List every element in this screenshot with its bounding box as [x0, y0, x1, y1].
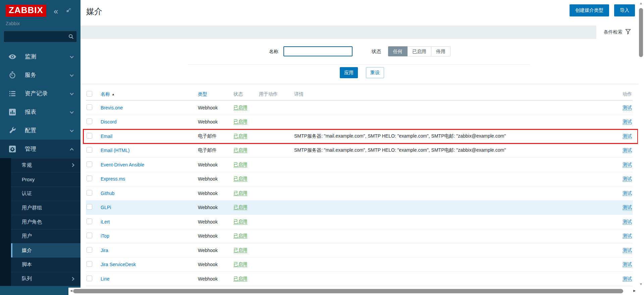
- submenu-item-general[interactable]: 常规: [0, 158, 80, 172]
- status-link[interactable]: 已启用: [233, 219, 248, 224]
- brand-caption: Zabbix: [6, 21, 80, 26]
- media-type-link[interactable]: GLPi: [101, 205, 111, 210]
- create-media-type-button[interactable]: 创建媒介类型: [570, 4, 609, 16]
- test-link[interactable]: 测试: [623, 105, 632, 110]
- scroll-right-icon[interactable]: ►: [633, 289, 636, 293]
- table-row: GLPi Webhook 已启用 测试: [86, 201, 633, 215]
- submenu-item-user-groups[interactable]: 用户群组: [0, 201, 80, 215]
- test-link[interactable]: 测试: [623, 147, 632, 153]
- sidebar-item-reports[interactable]: 报表: [0, 103, 80, 121]
- sort-by-type-link[interactable]: 类型: [198, 91, 207, 97]
- sidebar-item-monitoring[interactable]: 监测: [0, 47, 80, 66]
- row-checkbox[interactable]: [87, 218, 92, 224]
- expand-sidebar-icon[interactable]: [66, 7, 71, 14]
- status-link[interactable]: 已启用: [233, 247, 248, 253]
- status-link[interactable]: 已启用: [233, 162, 248, 167]
- media-type-link[interactable]: iTop: [101, 233, 109, 239]
- submenu-item-scripts[interactable]: 脚本: [0, 257, 80, 272]
- media-type-link[interactable]: Discord: [101, 119, 116, 125]
- import-button[interactable]: 导入: [614, 4, 635, 16]
- vertical-scrollbar[interactable]: ▲ ▼: [638, 0, 644, 295]
- collapse-sidebar-icon[interactable]: «: [54, 7, 58, 16]
- sidebar-item-services[interactable]: 服务: [0, 66, 80, 84]
- submenu-item-proxy[interactable]: Proxy: [0, 172, 80, 186]
- scroll-left-icon[interactable]: ◄: [69, 289, 73, 293]
- submenu-item-media-types[interactable]: 媒介: [0, 243, 80, 257]
- media-type-link[interactable]: Jira: [101, 248, 108, 253]
- test-link[interactable]: 测试: [623, 119, 632, 124]
- submenu-item-users[interactable]: 用户: [0, 229, 80, 243]
- row-checkbox[interactable]: [87, 147, 92, 153]
- status-link[interactable]: 已启用: [233, 261, 248, 267]
- media-type-link[interactable]: Email: [101, 134, 112, 139]
- status-link[interactable]: 已启用: [233, 204, 248, 210]
- media-type-link[interactable]: Line: [101, 276, 109, 282]
- test-link[interactable]: 测试: [623, 162, 632, 167]
- test-link[interactable]: 测试: [623, 233, 632, 238]
- sidebar-item-configuration[interactable]: 配置: [0, 121, 80, 140]
- vertical-scroll-thumb[interactable]: [639, 8, 643, 57]
- apply-button[interactable]: 应用: [340, 67, 358, 78]
- row-checkbox[interactable]: [87, 161, 92, 167]
- filter-name-input[interactable]: [283, 46, 353, 56]
- submenu-item-queue[interactable]: 队列: [0, 272, 80, 286]
- sidebar-item-inventory[interactable]: 资产记录: [0, 84, 80, 103]
- row-checkbox[interactable]: [87, 176, 92, 181]
- status-link[interactable]: 已启用: [233, 176, 248, 181]
- search-icon[interactable]: [68, 34, 74, 41]
- horizontal-scroll-thumb[interactable]: [73, 289, 623, 293]
- sidebar-item-administration[interactable]: 管理: [0, 140, 80, 158]
- status-link[interactable]: 已启用: [233, 119, 248, 124]
- row-checkbox[interactable]: [87, 133, 92, 139]
- status-option[interactable]: 已启用: [408, 46, 431, 56]
- scroll-up-icon[interactable]: ▲: [638, 1, 644, 5]
- scroll-down-icon[interactable]: ▼: [638, 282, 644, 286]
- test-link[interactable]: 测试: [623, 190, 632, 196]
- row-checkbox[interactable]: [87, 190, 92, 196]
- select-all-checkbox[interactable]: [87, 91, 92, 97]
- test-link[interactable]: 测试: [623, 133, 632, 139]
- reset-button[interactable]: 重设: [366, 67, 384, 78]
- status-link[interactable]: 已启用: [233, 276, 248, 281]
- submenu-label: 常规: [22, 162, 32, 168]
- media-type-link[interactable]: Express.ms: [101, 176, 125, 182]
- status-link[interactable]: 已启用: [233, 233, 248, 238]
- row-checkbox[interactable]: [87, 261, 92, 267]
- row-checkbox[interactable]: [87, 233, 92, 238]
- row-checkbox[interactable]: [87, 104, 92, 110]
- row-checkbox[interactable]: [87, 276, 92, 281]
- filter-tab[interactable]: 条件检索: [596, 26, 638, 39]
- test-link[interactable]: 测试: [623, 204, 632, 210]
- test-link[interactable]: 测试: [623, 276, 632, 281]
- search-input[interactable]: [4, 31, 76, 42]
- submenu-item-authentication[interactable]: 认证: [0, 187, 80, 201]
- media-type-link[interactable]: Github: [101, 191, 114, 196]
- status-option[interactable]: 任何: [388, 46, 408, 56]
- chevron-down-icon: [70, 128, 73, 132]
- status-link[interactable]: 已启用: [233, 147, 248, 153]
- test-link[interactable]: 测试: [623, 176, 632, 181]
- status-link[interactable]: 已启用: [233, 105, 248, 110]
- status-link[interactable]: 已启用: [233, 190, 248, 196]
- sort-by-name-link[interactable]: 名称▲: [101, 91, 115, 97]
- media-type-link[interactable]: Event-Driven Ansible: [101, 162, 144, 167]
- row-checkbox[interactable]: [87, 247, 92, 253]
- horizontal-scrollbar[interactable]: ◄ ►: [68, 288, 638, 295]
- zabbix-logo[interactable]: ZABBIX: [6, 5, 46, 17]
- test-link[interactable]: 测试: [623, 261, 632, 267]
- media-type-link[interactable]: Brevis.one: [101, 105, 123, 110]
- test-link[interactable]: 测试: [623, 219, 632, 224]
- row-checkbox[interactable]: [87, 204, 92, 210]
- status-option[interactable]: 停用: [431, 46, 450, 56]
- list-icon: [8, 90, 16, 98]
- row-checkbox[interactable]: [87, 118, 92, 124]
- type-text: Webhook: [198, 205, 233, 210]
- submenu-item-user-roles[interactable]: 用户角色: [0, 215, 80, 229]
- submenu-label: 用户角色: [22, 219, 42, 225]
- media-type-link[interactable]: Email (HTML): [101, 148, 129, 153]
- media-type-link[interactable]: iLert: [101, 219, 110, 225]
- media-type-link[interactable]: Jira ServiceDesk: [101, 262, 136, 267]
- test-link[interactable]: 测试: [623, 247, 632, 253]
- status-link[interactable]: 已启用: [233, 133, 248, 139]
- col-details-label: 详情: [294, 91, 604, 97]
